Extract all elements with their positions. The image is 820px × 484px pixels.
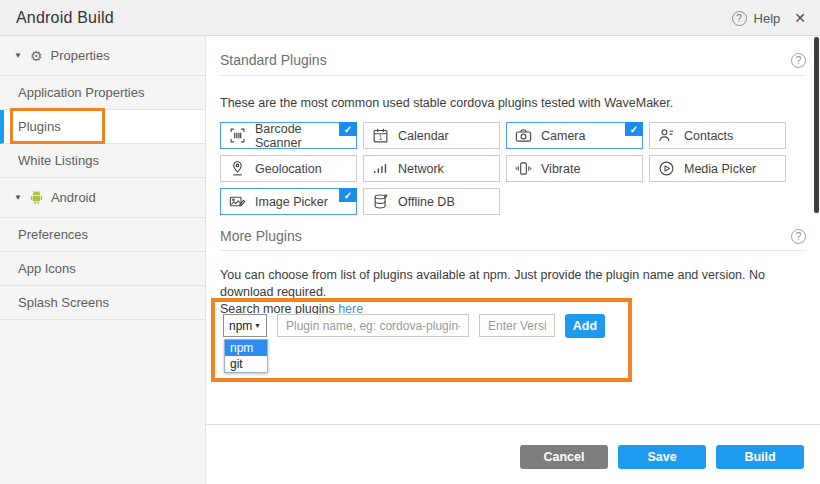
build-button[interactable]: Build: [716, 445, 804, 469]
chevron-down-icon: [14, 51, 22, 60]
network-icon: [372, 160, 389, 177]
plugin-calendar[interactable]: 1 Calendar: [363, 122, 500, 149]
more-plugins-header: More Plugins: [220, 228, 806, 244]
image-picker-icon: [229, 193, 246, 210]
sidebar-item-label: App Icons: [18, 261, 76, 276]
plugin-contacts[interactable]: Contacts: [649, 122, 786, 149]
standard-plugins-title: Standard Plugins: [220, 52, 327, 68]
add-plugin-form: npm npm git Add: [223, 314, 605, 337]
android-build-dialog: Android Build Help Properties Applicatio…: [0, 0, 820, 484]
sidebar-item-label: Splash Screens: [18, 295, 109, 310]
sidebar-item-android[interactable]: Android: [0, 178, 205, 218]
sidebar-item-label: Properties: [50, 48, 109, 63]
sidebar-item-white-listings[interactable]: White Listings: [0, 144, 205, 178]
plugin-label: Geolocation: [255, 162, 322, 176]
media-picker-icon: [658, 160, 675, 177]
plugin-name-input[interactable]: [277, 314, 469, 337]
source-select-value: npm: [229, 319, 252, 333]
sidebar-item-label: Preferences: [18, 227, 88, 242]
plugin-barcode-scanner[interactable]: Barcode Scanner: [220, 122, 357, 149]
sidebar: Properties Application Properties Plugin…: [0, 36, 206, 484]
source-option-npm[interactable]: npm: [225, 340, 267, 356]
vibrate-icon: [515, 160, 532, 177]
plugin-offline-db[interactable]: Offline DB: [363, 188, 500, 215]
plugin-label: Camera: [541, 129, 585, 143]
source-select[interactable]: npm npm git: [223, 314, 267, 337]
main-panel: Standard Plugins These are the most comm…: [206, 36, 820, 484]
add-button[interactable]: Add: [565, 314, 605, 338]
plugin-label: Vibrate: [541, 162, 580, 176]
sidebar-item-application-properties[interactable]: Application Properties: [0, 76, 205, 110]
vertical-scrollbar[interactable]: [814, 37, 819, 213]
source-select-dropdown: npm git: [224, 339, 268, 373]
plugin-geolocation[interactable]: Geolocation: [220, 155, 357, 182]
sidebar-item-app-icons[interactable]: App Icons: [0, 252, 205, 286]
sidebar-item-label: Android: [51, 190, 96, 205]
cancel-button[interactable]: Cancel: [520, 445, 608, 469]
plugin-image-picker[interactable]: Image Picker: [220, 188, 357, 215]
sidebar-item-label: Plugins: [18, 119, 61, 134]
android-icon: [30, 190, 43, 205]
plugin-version-input[interactable]: [479, 314, 555, 337]
plugin-label: Network: [398, 162, 444, 176]
selected-check-icon: [625, 122, 643, 136]
standard-plugins-help-icon[interactable]: [791, 53, 806, 68]
plugin-media-picker[interactable]: Media Picker: [649, 155, 786, 182]
plugin-label: Offline DB: [398, 195, 455, 209]
standard-plugins-grid: Barcode Scanner 1 Calendar Camera: [220, 122, 786, 215]
barcode-scanner-icon: [229, 127, 246, 144]
source-option-git[interactable]: git: [225, 356, 267, 372]
plugin-label: Media Picker: [684, 162, 756, 176]
plugin-network[interactable]: Network: [363, 155, 500, 182]
more-plugins-help-icon[interactable]: [791, 229, 806, 244]
svg-text:1: 1: [379, 134, 383, 141]
help-button[interactable]: Help: [732, 11, 781, 26]
help-label: Help: [754, 11, 781, 26]
selected-check-icon: [339, 122, 357, 136]
save-button[interactable]: Save: [618, 445, 706, 469]
selected-check-icon: [339, 188, 357, 202]
gear-icon: [30, 49, 43, 63]
sidebar-item-preferences[interactable]: Preferences: [0, 218, 205, 252]
sidebar-item-plugins[interactable]: Plugins: [0, 110, 205, 144]
sidebar-item-label: White Listings: [18, 153, 99, 168]
divider: [220, 75, 806, 76]
sidebar-item-label: Application Properties: [18, 85, 144, 100]
geolocation-icon: [229, 160, 246, 177]
chevron-down-icon: [254, 322, 261, 329]
divider: [220, 250, 806, 251]
plugin-label: Barcode Scanner: [255, 122, 348, 150]
more-plugins-description-text: You can choose from list of plugins avai…: [220, 268, 765, 299]
plugin-label: Contacts: [684, 129, 733, 143]
help-icon: [732, 11, 747, 26]
standard-plugins-description: These are the most common used stable co…: [220, 95, 806, 112]
chevron-down-icon: [14, 193, 22, 202]
plugin-label: Calendar: [398, 129, 449, 143]
plugin-camera[interactable]: Camera: [506, 122, 643, 149]
contacts-icon: [658, 127, 675, 144]
close-icon[interactable]: [794, 10, 806, 26]
plugin-vibrate[interactable]: Vibrate: [506, 155, 643, 182]
sidebar-item-splash-screens[interactable]: Splash Screens: [0, 286, 205, 320]
plugin-label: Image Picker: [255, 195, 328, 209]
camera-icon: [515, 127, 532, 144]
more-plugins-description: You can choose from list of plugins avai…: [220, 267, 806, 318]
page-title: Android Build: [16, 9, 114, 27]
footer-divider: [206, 424, 820, 425]
calendar-icon: 1: [372, 127, 389, 144]
dialog-header: Android Build Help: [0, 0, 820, 36]
more-plugins-title: More Plugins: [220, 228, 302, 244]
standard-plugins-header: Standard Plugins: [220, 52, 806, 68]
sidebar-item-properties[interactable]: Properties: [0, 36, 205, 76]
offline-db-icon: [372, 193, 389, 210]
